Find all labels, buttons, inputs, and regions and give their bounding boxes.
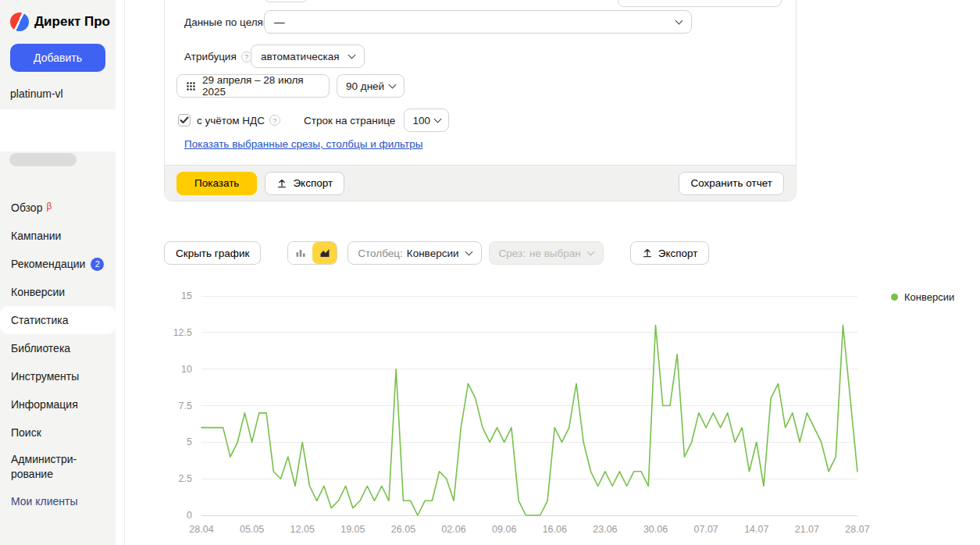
clipped-field[interactable] xyxy=(264,0,308,2)
column-select-prefix: Столбец: xyxy=(358,248,402,259)
sidebar-item-search[interactable]: Поиск xyxy=(0,419,116,447)
sidebar-item-administration[interactable]: Администри- рование xyxy=(0,447,116,487)
save-report-button[interactable]: Сохранить отчет xyxy=(679,172,784,195)
account-panel xyxy=(0,109,116,151)
bar-chart-toggle-button[interactable] xyxy=(288,242,312,264)
sidebar-item-statistics[interactable]: Статистика xyxy=(0,306,116,334)
date-range-picker[interactable]: 29 апреля – 28 июля 2025 xyxy=(176,74,330,98)
sidebar-item-label: Обзор xyxy=(11,201,42,214)
sidebar-item-label: Конверсии xyxy=(11,286,65,298)
clipped-field[interactable] xyxy=(618,0,782,7)
svg-text:23.06: 23.06 xyxy=(593,524,617,535)
chevron-down-icon xyxy=(675,16,683,24)
svg-text:12.05: 12.05 xyxy=(290,524,315,535)
attribution-select[interactable]: автоматическая xyxy=(251,45,365,68)
info-icon[interactable]: ? xyxy=(269,115,280,126)
sidebar-item-label: Статистика xyxy=(11,314,69,326)
panel-footer: Показать Экспорт Сохранить отчет xyxy=(165,165,796,201)
chart-controls: Скрыть график Столбец: Конверсии Срез: н… xyxy=(164,241,709,265)
chevron-down-icon xyxy=(434,115,442,123)
sidebar-item-label: Информация xyxy=(11,398,78,411)
bar-chart-icon xyxy=(295,248,306,258)
sidebar-item-label: Кампании xyxy=(11,230,61,242)
column-select-value: Конверсии xyxy=(407,248,459,259)
calendar-grid-icon xyxy=(186,81,196,91)
sidebar-item-my-clients[interactable]: Мои клиенты xyxy=(0,487,116,515)
svg-text:26.05: 26.05 xyxy=(391,524,415,535)
sidebar-item-label: Библиотека xyxy=(11,342,70,354)
period-value: 90 дней xyxy=(346,80,384,92)
options-row: с учётом НДС ? Строк на странице 100 xyxy=(178,109,449,132)
svg-text:28.07: 28.07 xyxy=(845,524,869,535)
vat-label: с учётом НДС xyxy=(197,115,265,126)
sidebar-item-label: рование xyxy=(11,467,53,482)
chart-export-button-label: Экспорт xyxy=(658,248,698,259)
beta-badge: β xyxy=(46,201,52,212)
export-button-label: Экспорт xyxy=(293,177,333,189)
chevron-down-icon xyxy=(348,51,356,59)
goals-select[interactable]: — xyxy=(264,10,692,34)
hide-chart-button[interactable]: Скрыть график xyxy=(164,241,261,265)
chevron-down-icon xyxy=(586,248,594,255)
svg-text:07.07: 07.07 xyxy=(694,524,718,535)
show-slices-columns-filters-link[interactable]: Показать выбранные срезы, столбцы и филь… xyxy=(184,138,422,150)
chevron-down-icon xyxy=(465,248,472,255)
chart-legend: Конверсии xyxy=(891,291,954,303)
add-button[interactable]: Добавить xyxy=(10,44,105,72)
svg-text:12.5: 12.5 xyxy=(173,327,192,338)
svg-text:28.04: 28.04 xyxy=(189,524,213,535)
svg-text:10: 10 xyxy=(181,364,192,375)
attribution-select-value: автоматическая xyxy=(261,51,339,62)
slice-select-prefix: Срез: xyxy=(499,248,526,259)
conversions-chart: 02.557.51012.51528.0405.0512.0519.0526.0… xyxy=(156,280,875,540)
rows-per-page-value: 100 xyxy=(412,115,430,126)
sidebar-item-tools[interactable]: Инструменты xyxy=(0,362,116,390)
sidebar-menu: Обзор β Кампании Рекомендации 2 Конверси… xyxy=(0,194,116,515)
sidebar-item-label: Мои клиенты xyxy=(11,495,78,508)
account-name[interactable]: platinum-vl xyxy=(10,87,63,100)
svg-text:19.05: 19.05 xyxy=(340,524,365,535)
export-upload-icon xyxy=(276,178,287,189)
area-chart-toggle-button[interactable] xyxy=(312,242,337,264)
sidebar-divider xyxy=(124,0,125,545)
export-upload-icon xyxy=(642,248,653,258)
area-chart-icon xyxy=(319,248,330,258)
sidebar-item-conversions[interactable]: Конверсии xyxy=(0,278,116,306)
sidebar-item-recommendations[interactable]: Рекомендации 2 xyxy=(0,250,116,278)
redacted-pill xyxy=(9,153,77,166)
vat-label-row: с учётом НДС ? xyxy=(197,115,280,126)
rows-per-page-select[interactable]: 100 xyxy=(404,109,449,132)
svg-text:05.05: 05.05 xyxy=(240,524,264,535)
svg-text:15: 15 xyxy=(181,290,192,301)
sidebar-item-information[interactable]: Информация xyxy=(0,390,116,419)
goals-label: Данные по целям xyxy=(184,16,270,28)
app-logo[interactable]: Директ Про xyxy=(10,12,110,31)
chart-type-toggle xyxy=(287,241,337,265)
report-settings-panel: Данные по целям ? — Атрибуция ? автомати… xyxy=(164,0,796,201)
direct-pro-logo-icon xyxy=(10,12,29,31)
period-select[interactable]: 90 дней xyxy=(337,74,404,98)
slice-select-disabled: Срез: не выбран xyxy=(489,241,604,265)
svg-text:02.06: 02.06 xyxy=(441,524,465,535)
sidebar: Директ Про Добавить platinum-vl Обзор β … xyxy=(0,0,116,545)
attribution-label: Атрибуция xyxy=(184,51,237,62)
column-select[interactable]: Столбец: Конверсии xyxy=(347,241,481,265)
goals-select-value: — xyxy=(274,16,285,28)
sidebar-item-library[interactable]: Библиотека xyxy=(0,334,116,362)
sidebar-item-campaigns[interactable]: Кампании xyxy=(0,222,116,250)
vat-checkbox[interactable] xyxy=(178,114,191,126)
chart-export-button[interactable]: Экспорт xyxy=(630,241,710,265)
sidebar-item-label: Поиск xyxy=(11,426,41,439)
svg-text:30.06: 30.06 xyxy=(643,524,668,535)
rows-per-page-label: Строк на странице xyxy=(304,115,395,126)
sidebar-item-label: Инструменты xyxy=(11,370,79,383)
recommendations-count-badge: 2 xyxy=(91,258,104,271)
show-report-button[interactable]: Показать xyxy=(176,172,257,195)
line-chart-svg: 02.557.51012.51528.0405.0512.0519.0526.0… xyxy=(156,280,875,537)
svg-text:09.06: 09.06 xyxy=(492,524,516,535)
sidebar-item-overview[interactable]: Обзор β xyxy=(0,194,116,222)
chevron-down-icon xyxy=(389,80,397,88)
export-button[interactable]: Экспорт xyxy=(265,172,344,195)
check-icon xyxy=(180,116,189,124)
svg-text:14.07: 14.07 xyxy=(744,524,768,535)
